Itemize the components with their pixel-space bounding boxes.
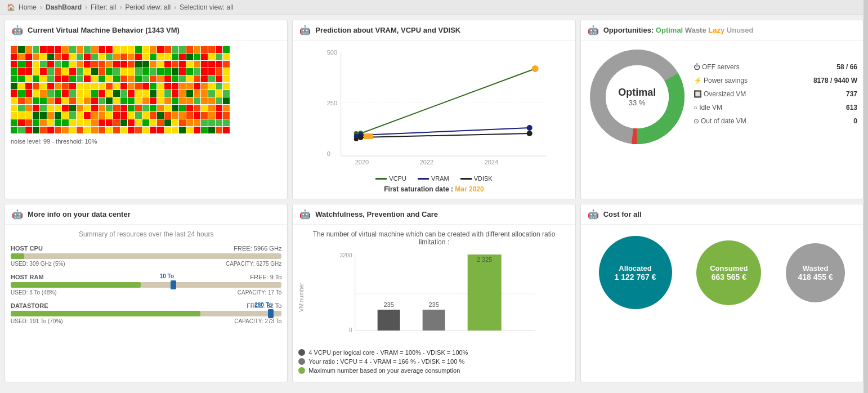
- svg-line-9: [361, 69, 535, 133]
- svg-text:0: 0: [349, 327, 352, 333]
- svg-rect-21: [364, 133, 373, 139]
- watch-legend-item-1: 4 VCPU per logical core - VRAM = 100% - …: [298, 349, 569, 356]
- host-cpu-used: USED: 309 GHz (5%): [11, 261, 65, 267]
- cost-wasted-label: Wasted: [803, 264, 829, 273]
- vm-behavior-header: 🤖 Current Virtual Machine Behavior (1343…: [5, 20, 287, 41]
- breadcrumb-home[interactable]: Home: [19, 3, 37, 11]
- host-ram-label: HOST RAM: [11, 274, 44, 280]
- svg-text:3200: 3200: [340, 252, 353, 258]
- breadcrumb-sep3: ›: [119, 3, 122, 11]
- idle-row: ○ Idle VM 613: [693, 104, 857, 111]
- datastore-capacity: CAPACITY: 273 To: [234, 318, 281, 324]
- host-ram-free: FREE: 9 To: [250, 274, 281, 280]
- datastore-marker: [268, 309, 274, 318]
- watch-legend-text-3: Maximum number based on your average con…: [308, 367, 460, 374]
- resource-summary-title: Summary of resources over the last 24 ho…: [11, 230, 281, 238]
- robot-icon-1: 🤖: [12, 25, 23, 35]
- prediction-panel: 🤖 Prediction about VRAM, VCPU and VDISK …: [292, 20, 575, 199]
- svg-text:500: 500: [327, 49, 337, 56]
- cost-consumed-value: 663 565 €: [712, 273, 746, 282]
- legend-vram: VRAM: [418, 175, 449, 182]
- breadcrumb-period[interactable]: Period view: all: [125, 3, 171, 11]
- robot-icon-4: 🤖: [12, 209, 23, 220]
- host-ram-bar-used: [11, 282, 141, 288]
- svg-rect-31: [378, 310, 400, 331]
- cost-allocated-label: Allocated: [619, 264, 652, 273]
- dashboard: 🤖 Current Virtual Machine Behavior (1343…: [0, 15, 868, 387]
- breadcrumb-sep4: ›: [174, 3, 176, 11]
- svg-text:235: 235: [429, 301, 439, 308]
- prediction-header: 🤖 Prediction about VRAM, VCPU and VDISK: [293, 20, 575, 41]
- breadcrumb-sep2: ›: [85, 3, 87, 11]
- cost-allocated-value: 1 122 767 €: [615, 273, 656, 282]
- off-servers-row: ⏻ OFF servers 58 / 66: [693, 63, 857, 71]
- opp-lazy-label: Lazy: [708, 26, 724, 34]
- cost-allocated: Allocated 1 122 767 €: [599, 236, 672, 309]
- breadcrumb-sep1: ›: [40, 3, 42, 11]
- donut-center: Optimal 33 %: [618, 87, 656, 107]
- svg-text:2024: 2024: [485, 159, 498, 166]
- host-ram-row: HOST RAM FREE: 9 To 10 To USED: 8 To (48…: [11, 274, 281, 296]
- cost-consumed: Consumed 663 565 €: [696, 240, 761, 305]
- watch-svg: 3200 0 235 235 2 325: [310, 252, 569, 342]
- more-info-panel: 🤖 More info on your data center Summary …: [5, 204, 288, 382]
- opp-optimal-label: Optimal: [656, 26, 683, 34]
- svg-text:0: 0: [327, 150, 330, 157]
- donut-chart: Optimal 33 %: [587, 46, 688, 148]
- svg-text:235: 235: [384, 301, 394, 308]
- watch-legend-text-2: Your ratio : VCPU = 4 - VRAM = 166 % - V…: [308, 358, 464, 365]
- more-info-title: More info on your data center: [28, 210, 131, 218]
- opportunities-title: Opportunities: Optimal Waste Lazy Unused: [603, 26, 754, 34]
- host-cpu-label: HOST CPU: [11, 245, 43, 252]
- svg-text:2 325: 2 325: [477, 256, 493, 263]
- host-ram-marker: [171, 280, 176, 289]
- host-cpu-bar-used: [11, 253, 24, 259]
- host-cpu-row: HOST CPU FREE: 5966 GHz USED: 309 GHz (5…: [11, 245, 281, 267]
- svg-point-17: [527, 131, 533, 136]
- datastore-used: USED: 191 To (70%): [11, 318, 63, 324]
- opportunities-body: Optimal 33 % ⏻ OFF servers 58 / 66 ⚡ Pow…: [581, 41, 863, 153]
- oversized-value: 737: [846, 90, 857, 98]
- vm-behavior-body: noise level: 99 - threshold: 10%: [5, 41, 287, 150]
- host-ram-bar: 10 To: [11, 282, 281, 288]
- scrollbar[interactable]: [863, 0, 868, 387]
- power-savings-row: ⚡ Power savings 8178 / 9440 W: [693, 77, 857, 84]
- watch-description: The number of virtual machine which can …: [298, 230, 569, 246]
- cost-wasted-value: 418 455 €: [798, 273, 833, 282]
- svg-rect-33: [423, 310, 445, 331]
- datastore-bar-used: [11, 311, 200, 316]
- legend-vcpu: VCPU: [375, 175, 406, 182]
- vm-behavior-panel: 🤖 Current Virtual Machine Behavior (1343…: [5, 20, 288, 199]
- cost-consumed-label: Consumed: [710, 264, 748, 273]
- watch-chart-area: VM number 3200 0: [298, 252, 569, 343]
- vm-behavior-title: Current Virtual Machine Behavior (1343 V…: [28, 26, 180, 34]
- saturation-date-value: Mar 2020: [455, 185, 484, 193]
- datastore-row: DATASTORE FREE: 82 To 260 To USED: 191 T…: [11, 302, 281, 324]
- opp-stats: ⏻ OFF servers 58 / 66 ⚡ Power savings 81…: [693, 63, 857, 131]
- opportunities-header: 🤖 Opportunities: Optimal Waste Lazy Unus…: [581, 20, 863, 41]
- host-cpu-capacity: CAPACITY: 6275 GHz: [226, 261, 281, 267]
- datastore-marker-label: 260 To: [254, 302, 272, 308]
- opp-waste-label: Waste: [685, 26, 706, 34]
- svg-point-14: [527, 125, 533, 131]
- watchfulness-panel: 🤖 Watchfulness, Prevention and Care The …: [292, 204, 575, 382]
- robot-icon-3: 🤖: [588, 25, 599, 35]
- datastore-bar: 260 To: [11, 311, 281, 316]
- breadcrumb-filter[interactable]: Filter: all: [91, 3, 116, 11]
- more-info-body: Summary of resources over the last 24 ho…: [5, 225, 287, 337]
- robot-icon-2: 🤖: [299, 25, 311, 35]
- cost-panel: 🤖 Cost for all Allocated 1 122 767 € Con…: [580, 204, 863, 382]
- svg-text:2020: 2020: [355, 159, 369, 166]
- host-cpu-bar: [11, 253, 281, 259]
- prediction-body: 500 250 0 2020 2022 2024: [293, 41, 575, 199]
- breadcrumb-selection[interactable]: Selection view: all: [180, 3, 233, 11]
- legend-vdisk: VDISK: [460, 175, 493, 182]
- outofdate-row: ⊙ Out of date VM 0: [693, 117, 857, 125]
- watch-legend-dot-1: [298, 349, 305, 356]
- robot-icon-5: 🤖: [299, 209, 311, 220]
- watchfulness-header: 🤖 Watchfulness, Prevention and Care: [293, 204, 575, 225]
- watchfulness-title: Watchfulness, Prevention and Care: [315, 210, 438, 218]
- cost-body: Allocated 1 122 767 € Consumed 663 565 €…: [581, 225, 863, 320]
- watchfulness-body: The number of virtual machine which can …: [293, 225, 575, 382]
- breadcrumb-dashboard[interactable]: DashBoard: [46, 3, 82, 11]
